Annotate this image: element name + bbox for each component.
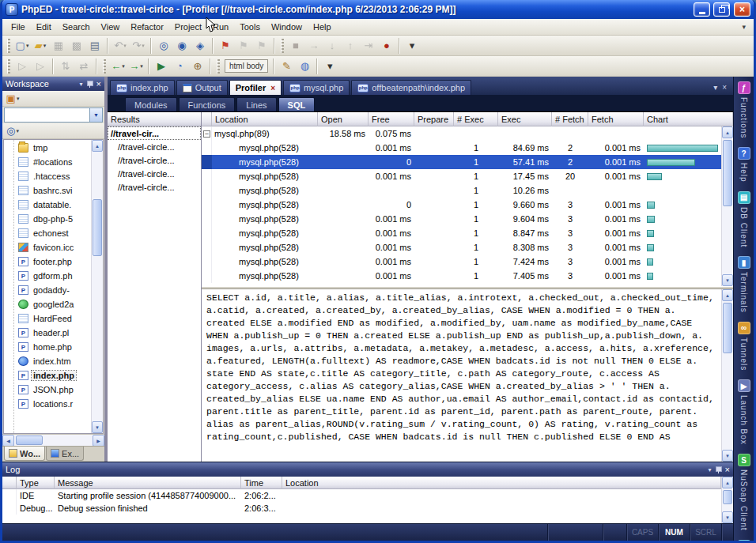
open-file-button[interactable]: ▰▾ — [32, 37, 49, 55]
table-scrollbar[interactable]: ▲▼ — [721, 126, 733, 286]
profile-row[interactable]: −mysql.php(89)18.58 ms0.075 ms — [202, 126, 721, 141]
view-in-browser-button[interactable]: ◍ — [296, 58, 313, 75]
editor-tab-index-php[interactable]: index.php — [110, 80, 175, 95]
step-over-button[interactable]: → — [305, 37, 323, 55]
nav-forward-button[interactable]: →▾ — [127, 58, 145, 75]
tree-item-dbg-php-5[interactable]: dbg-php-5 — [4, 212, 91, 226]
tree-item-godaddy[interactable]: godaddy- — [4, 283, 91, 297]
toolbar-options-button[interactable]: ▾ — [403, 37, 421, 55]
tree-item-echonest[interactable]: echonest — [4, 226, 91, 240]
results-item[interactable]: //travel-circle... — [108, 140, 201, 153]
save-all-button[interactable]: ▩ — [68, 37, 85, 55]
profile-row[interactable]: mysql.php(528)019.660 ms30.001 ms — [202, 198, 721, 212]
compare-files-button[interactable]: ⇄ — [75, 58, 93, 75]
project-selector-button[interactable]: ▣▾ — [4, 90, 21, 107]
workspace-header[interactable]: Workspace ▾ × — [2, 77, 104, 91]
tree-item-footer-php[interactable]: footer.php — [4, 255, 91, 269]
tree-item-json-php[interactable]: JSON.php — [4, 383, 91, 397]
column-header-prepare[interactable]: Prepare — [414, 112, 454, 126]
tag-path-box[interactable]: html body — [225, 59, 268, 73]
menu-item-window[interactable]: Window — [266, 20, 308, 34]
log-column-header-type[interactable]: Type — [17, 477, 55, 489]
dock-tray-item[interactable]: ▣ — [738, 540, 750, 541]
column-header-exec[interactable]: # Exec — [454, 112, 498, 126]
workspace-tab-explorer[interactable]: Ex... — [46, 447, 84, 461]
collapse-expander-icon[interactable]: − — [203, 130, 210, 138]
profile-row[interactable]: mysql.php(528)0.001 ms18.308 ms30.001 ms — [202, 240, 721, 255]
tree-item-favicon-icc[interactable]: favicon.icc — [4, 240, 91, 255]
column-header-location[interactable]: Location — [212, 112, 318, 126]
menu-item-project[interactable]: Project — [169, 20, 207, 34]
tools-build-button[interactable]: ⊕ — [189, 58, 206, 75]
tree-item-htaccess[interactable]: .htaccess — [4, 169, 91, 183]
log-column-header-message[interactable]: Message — [55, 477, 241, 489]
workspace-filter-button[interactable]: ◎▾ — [4, 123, 21, 140]
column-header-fetch[interactable]: # Fetch — [552, 112, 588, 126]
hscroll-track[interactable] — [14, 435, 93, 446]
toggle-bookmark-button[interactable]: ⚑ — [217, 37, 234, 55]
step-out-button[interactable]: ↑ — [342, 37, 359, 55]
hscroll-thumb[interactable] — [16, 436, 43, 445]
workspace-project-combo[interactable]: ▼ — [4, 107, 103, 123]
stop-debug-button[interactable]: ■ — [287, 37, 304, 55]
editor-tab-offbeatenpath-index-php[interactable]: offbeatenpath\index.php — [351, 80, 471, 95]
log-scrollbar-thumb[interactable] — [723, 490, 732, 504]
menu-item-help[interactable]: Help — [308, 20, 337, 34]
run-console-button[interactable]: ▷ — [32, 58, 49, 75]
workspace-menu-caret-icon[interactable]: ▾ — [80, 81, 83, 88]
start-debugger-button[interactable]: ▶ — [153, 58, 170, 75]
log-header[interactable]: Log ▾ × — [2, 462, 733, 477]
log-scrollbar-down-arrow[interactable]: ▼ — [722, 511, 733, 523]
dock-item-tunnels[interactable]: ∞Tunnels — [738, 322, 750, 371]
log-close-icon[interactable]: × — [725, 466, 730, 474]
column-header-exec[interactable]: Exec — [498, 112, 552, 126]
log-row[interactable]: IDEStarting profile session (41448587740… — [2, 489, 721, 502]
sql-scrollbar-thumb[interactable] — [723, 303, 732, 353]
log-scrollbar[interactable]: ▲▼ — [721, 477, 733, 523]
minimize-button[interactable] — [694, 2, 710, 17]
menu-item-edit[interactable]: Edit — [31, 20, 57, 34]
workspace-tab-workspace[interactable]: Wo... — [4, 447, 45, 461]
profile-row[interactable]: mysql.php(528)0.001 ms184.69 ms20.001 ms — [202, 141, 721, 155]
restore-button[interactable] — [713, 2, 730, 17]
profiler-tab-lines[interactable]: Lines — [236, 97, 276, 111]
menu-item-tools[interactable]: Tools — [234, 20, 266, 34]
save-file-button[interactable]: ▦ — [50, 37, 67, 55]
menu-item-search[interactable]: Search — [57, 20, 96, 34]
menu-overflow-chevron-icon[interactable]: ▾ — [737, 23, 750, 31]
log-menu-caret-icon[interactable]: ▾ — [709, 466, 712, 473]
tab-list-caret-icon[interactable]: ▾ — [713, 83, 717, 92]
editor-tab-output[interactable]: Output — [176, 80, 228, 95]
toolbar-grip[interactable] — [217, 59, 220, 74]
undo-button[interactable]: ↶▾ — [112, 37, 129, 55]
workspace-scrollbar-down-arrow[interactable]: ▼ — [92, 421, 103, 433]
prev-bookmark-button[interactable]: ⚑ — [235, 37, 252, 55]
tree-item-hardfeed[interactable]: HardFeed — [4, 311, 91, 326]
profiler-tab-functions[interactable]: Functions — [179, 97, 236, 111]
profile-row[interactable]: mysql.php(528)0157.41 ms20.001 ms — [202, 155, 721, 169]
menu-item-refactor[interactable]: Refactor — [125, 20, 169, 34]
find-button[interactable]: ◎ — [155, 37, 172, 55]
toolbar-options-2-button[interactable]: ▾ — [321, 58, 338, 75]
hscroll-left-arrow[interactable]: ◀ — [2, 435, 14, 447]
results-header[interactable]: Results — [108, 112, 201, 126]
dock-item-db-client[interactable]: ▤DB Client — [738, 191, 750, 247]
profiler-tab-modules[interactable]: Modules — [125, 97, 177, 111]
tree-item-header-pl[interactable]: header.pl — [4, 326, 91, 340]
tree-item-home-php[interactable]: home.php — [4, 340, 91, 354]
step-into-button[interactable]: ↓ — [323, 37, 341, 55]
profile-row[interactable]: mysql.php(528)0.001 ms19.604 ms30.001 ms — [202, 212, 721, 226]
toolbar-grip[interactable] — [7, 39, 10, 53]
results-item[interactable]: //travel-circle... — [108, 167, 201, 180]
log-scrollbar-up-arrow[interactable]: ▲ — [722, 477, 733, 488]
print-button[interactable]: ▤ — [86, 37, 104, 55]
title-bar[interactable]: P PhpED - travel-circle::travel-cirlce -… — [2, 0, 754, 19]
results-item[interactable]: //travel-circle... — [108, 180, 201, 194]
workspace-scrollbar-track[interactable] — [92, 152, 103, 421]
tree-item-tmp[interactable]: tmp — [4, 141, 91, 155]
tree-item-locations[interactable]: #locations — [4, 155, 91, 169]
sql-scrollbar[interactable]: ▲▼ — [721, 289, 733, 462]
table-scrollbar-down-arrow[interactable]: ▼ — [722, 274, 733, 286]
workspace-pin-icon[interactable] — [86, 81, 93, 88]
profiler-tab-sql[interactable]: SQL — [278, 97, 316, 111]
